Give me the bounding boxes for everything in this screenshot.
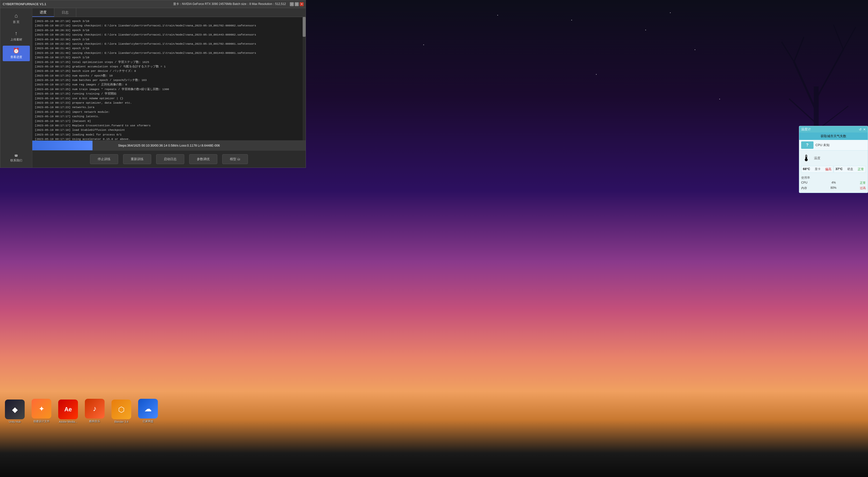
tab-progress[interactable]: 进度 <box>32 8 54 17</box>
app-titlebar: CYBERTRONFURNACE V1.1 显卡：NVIDIA GeForce … <box>0 0 306 8</box>
temp-main: 🌡 温度 <box>799 151 868 166</box>
log-line: [2023-05-19 00:26:33] saving checkpoint:… <box>35 33 303 37</box>
model-button[interactable]: 模型 🗂 <box>222 154 248 164</box>
maximize-button[interactable]: □ <box>295 2 299 6</box>
clock-icon: ⏰ <box>13 48 20 54</box>
desktop-icon-blender[interactable]: ⬡ Blender 3.4 <box>109 399 134 423</box>
tab-log[interactable]: 日志 <box>54 8 76 17</box>
cpu-usage-status: 正常 <box>860 181 866 185</box>
svg-line-5 <box>782 42 794 62</box>
kuwo-label: 酷狗音乐 <box>89 419 100 423</box>
desktop-icon-create-design[interactable]: ✦ 创建设计文件 <box>29 399 54 423</box>
svg-line-6 <box>794 37 804 62</box>
desktop-icon-kuwo[interactable]: ♪ 酷狗音乐 <box>82 399 107 423</box>
temp-label: 温度 <box>814 156 820 160</box>
progress-section: Steps:364/1625 00:10:30/00:36:14 0.58it/… <box>32 141 306 150</box>
desktop-icon-unity-hub[interactable]: ◆ Unity Hub <box>2 399 27 423</box>
log-line: [2023-05-19 00:17:23] networks.lora <box>35 105 303 110</box>
star-decoration <box>423 44 424 45</box>
log-line: [2023-05-19 00:17:25] total optimization… <box>35 60 303 64</box>
param-tune-button[interactable]: 参数调优 <box>189 154 217 164</box>
disk-temp-sublabel: 硬盘 <box>847 167 853 172</box>
sidebar-item-view-progress[interactable]: ⏰ 查看进度 <box>3 46 30 61</box>
log-line: [2023-05-19 00:17:10] loading model for … <box>35 132 303 137</box>
cpu-usage-value: 4% <box>832 181 836 185</box>
refresh-icon[interactable]: ↺ <box>859 127 862 131</box>
main-content: 进度 日志 [2023-05-19 00:27:18] epoch 3/10[2… <box>32 8 306 168</box>
star-decoration <box>596 74 597 75</box>
blender-icon: ⬡ <box>112 399 131 419</box>
disk-temp-row: 37°C 硬盘 正常 <box>834 166 866 173</box>
log-line: [2023-05-19 00:17:10] Using accelerator … <box>35 137 303 141</box>
star-decoration <box>694 49 695 50</box>
log-line: [2023-05-19 00:17:25] running training /… <box>35 92 303 96</box>
scrollbar-thumb[interactable] <box>303 17 306 37</box>
memory-usage-label: 内存 <box>801 186 807 190</box>
sidebar-item-home[interactable]: ⌂ 首 页 <box>3 10 30 26</box>
log-line: [2023-05-19 00:17:17] caching latents. <box>35 114 303 119</box>
yijia-icon: ☁ <box>138 399 158 419</box>
yijia-label: 亿家网盘 <box>143 419 153 423</box>
sidebar-progress-label: 查看进度 <box>10 55 22 59</box>
log-line: [2023-05-19 00:27:18] epoch 3/10 <box>35 19 303 24</box>
log-line: [2023-05-19 00:17:25] num batches per ep… <box>35 78 303 82</box>
minimize-button[interactable]: ─ <box>290 2 294 6</box>
desktop-icons-row: ◆ Unity Hub ✦ 创建设计文件 Ae Adobe Media... ♪… <box>0 376 868 425</box>
question-mark-icon: ? <box>806 143 809 147</box>
memory-usage-row: 内存 80% 过高 <box>801 185 866 191</box>
adobe-label: Adobe Media... <box>59 420 77 423</box>
action-bar: 停止训练 重新训练 启动日志 参数调优 模型 🗂 <box>32 150 306 168</box>
temp-titlebar-icons: ↺ ✕ <box>859 127 866 131</box>
log-line: [2023-05-19 00:22:38] epoch 2/10 <box>35 37 303 42</box>
log-line: [2023-05-19 00:22:38] saving checkpoint:… <box>35 42 303 46</box>
desktop-icon-yijia[interactable]: ☁ 亿家网盘 <box>136 399 160 423</box>
log-area[interactable]: [2023-05-19 00:27:18] epoch 3/10[2023-05… <box>32 17 306 141</box>
memory-usage-status: 过高 <box>860 186 866 190</box>
desktop-icon-adobe[interactable]: Ae Adobe Media... <box>56 399 81 423</box>
gpu-temp-sublabel: 显卡 <box>815 167 820 172</box>
log-line: [2023-05-19 00:21:46] saving checkpoint:… <box>35 51 303 55</box>
gpu-temp-row: 68°C 显卡 偏高 <box>801 166 833 173</box>
sidebar-home-label: 首 页 <box>13 20 20 24</box>
restart-train-button[interactable]: 重新训练 <box>123 154 151 164</box>
log-line: [2023-05-19 00:17:25] gradient accumulat… <box>35 64 303 69</box>
star-decoration <box>497 15 498 16</box>
log-line: [2023-05-19 00:17:17] Replace CrossAtten… <box>35 123 303 128</box>
sidebar: ⌂ 首 页 ↑ 上传素材 ⏰ 查看进度 ☎ 联系我们 <box>0 8 32 168</box>
contact-icon: ☎ <box>14 154 18 157</box>
cpu-usage-row: CPU 4% 正常 <box>801 180 866 185</box>
temp-titlebar: 温度计 ↺ ✕ <box>799 126 868 132</box>
cpu-usage-label: CPU <box>801 181 807 185</box>
tab-bar: 进度 日志 <box>32 8 306 17</box>
weather-fail-message: 获取城市天气失数 <box>799 132 868 140</box>
log-line: [2023-05-19 00:17:32] epoch 1/10 <box>35 55 303 60</box>
disk-temp-value: 37°C <box>835 167 843 172</box>
sidebar-item-upload[interactable]: ↑ 上传素材 <box>3 28 30 44</box>
log-line: [2023-05-19 00:17:10] load StableDiffusi… <box>35 128 303 132</box>
close-button[interactable]: ✕ <box>300 2 304 6</box>
log-line: [2023-05-19 00:17:25] num epochs / epoch… <box>35 73 303 78</box>
disk-temp-status: 正常 <box>858 167 864 172</box>
svg-line-2 <box>816 49 843 99</box>
home-icon: ⌂ <box>14 12 18 19</box>
log-line: [2023-05-19 00:21:46] epoch 2/10 <box>35 46 303 51</box>
sidebar-contact[interactable]: ☎ 联系我们 <box>10 154 22 162</box>
stop-train-button[interactable]: 停止训练 <box>90 154 118 164</box>
window-controls: ─ □ ✕ <box>290 2 304 6</box>
temp-title: 温度计 <box>801 127 811 131</box>
cpu-unknown-label: CPU 未知 <box>815 143 830 147</box>
temp-close-icon[interactable]: ✕ <box>863 127 866 131</box>
log-line: [2023-05-19 00:17:25] num train images *… <box>35 87 303 92</box>
kuwo-icon: ♪ <box>85 399 104 419</box>
create-design-icon: ✦ <box>32 399 51 419</box>
contact-label: 联系我们 <box>10 158 22 162</box>
usage-section-label: 使用率 <box>801 176 866 180</box>
svg-line-8 <box>834 25 843 49</box>
progress-text: Steps:364/1625 00:10:30/00:36:14 0.58it/… <box>32 144 306 147</box>
titlebar-right: 显卡：NVIDIA GeForce RTX 3090 24576Mib Batc… <box>173 0 304 8</box>
scrollbar-track[interactable] <box>303 17 306 141</box>
svg-line-1 <box>794 62 816 111</box>
start-log-button[interactable]: 启动日志 <box>156 154 184 164</box>
thermometer-icon: 🌡 <box>802 153 811 163</box>
blender-label: Blender 3.4 <box>115 420 128 423</box>
